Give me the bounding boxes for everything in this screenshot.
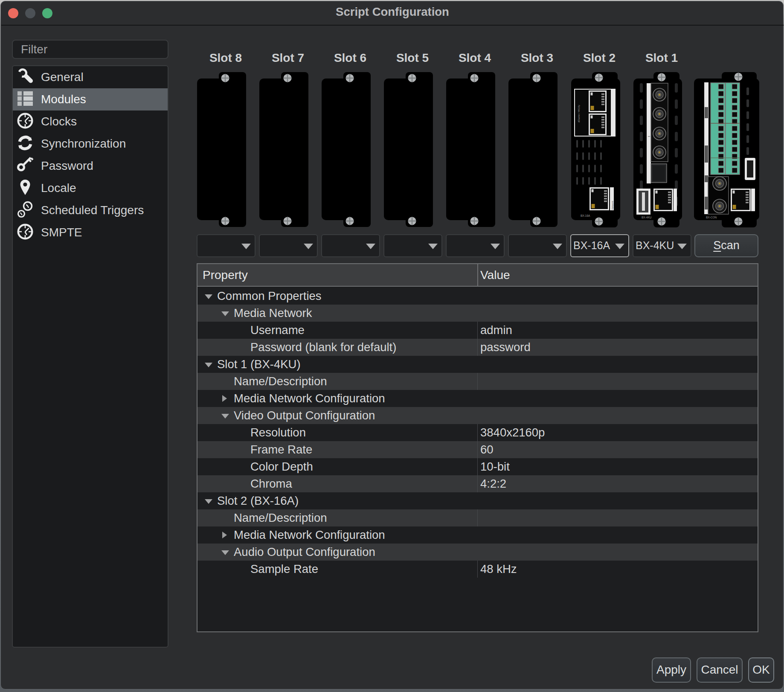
svg-text:BX-CON: BX-CON	[706, 216, 717, 219]
svg-text:Network: Network	[611, 201, 614, 209]
svg-text:I: I	[647, 136, 651, 137]
svg-text:BX-4KU: BX-4KU	[642, 216, 652, 219]
svg-text:BX-16A: BX-16A	[581, 214, 590, 217]
svg-text:dDante / 4K16y: dDante / 4K16y	[578, 105, 580, 122]
